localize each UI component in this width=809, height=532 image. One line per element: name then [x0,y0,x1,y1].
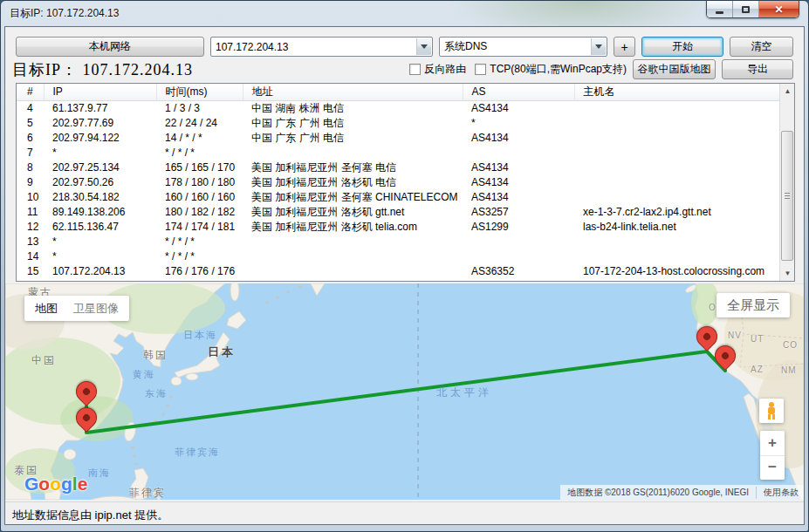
add-button[interactable]: + [614,37,635,57]
table-row[interactable]: 13** / * / * [17,235,781,249]
tcp-checkbox[interactable] [475,64,486,75]
cell-host [574,146,781,160]
cell-location [243,146,463,160]
cell-as: AS36352 [463,264,574,279]
col-host[interactable]: 主机名 [574,84,781,100]
dns-combobox[interactable]: 系统DNS [439,37,607,57]
table-row[interactable]: 14** / * / * [17,249,781,264]
fullscreen-button[interactable]: 全屏显示 [716,293,790,317]
table-row[interactable]: 6202.97.94.12214 / * / *中国 广东 广州 电信AS413… [17,131,781,146]
google-logo-letter: o [38,474,50,494]
export-button[interactable]: 导出 [722,59,793,79]
start-button[interactable]: 开始 [641,37,723,57]
cell-host [574,100,781,116]
minimize-icon [716,11,723,14]
cell-time: 1 / 3 / 3 [156,100,243,116]
cell-location: 美国 加利福尼亚州 圣何塞 电信 [243,160,463,175]
col-location[interactable]: 地址 [243,84,463,100]
pegman-button[interactable] [759,399,784,423]
cell-time: 14 / * / * [156,131,243,146]
map-type-satellite-button[interactable]: 卫星图像 [73,301,119,317]
zoom-out-button[interactable]: − [760,456,785,481]
google-logo-letter: e [78,474,88,494]
scroll-up-icon[interactable]: ▲ [780,84,795,99]
cell-location: 美国 加利福尼亚州 洛杉矶 gtt.net [243,205,463,220]
table-scrollbar[interactable]: ▲ ▼ [779,84,794,281]
combo-dropdown-button[interactable] [416,38,431,55]
google-logo[interactable]: Google [24,474,87,494]
cell-ip: 89.149.138.206 [44,205,156,220]
cell-as [463,235,574,249]
google-cn-map-button[interactable]: 谷歌中国版地图 [633,59,716,79]
maximize-button[interactable] [733,1,759,17]
table-row[interactable]: 1262.115.136.47174 / 174 / 181美国 加利福尼亚州 … [17,220,781,235]
table-row[interactable]: 1189.149.138.206180 / 182 / 182美国 加利福尼亚州… [17,205,781,220]
status-text: 地址数据信息由 ipip.net 提供。 [12,508,168,523]
cell-as: AS1299 [463,220,574,235]
pegman-icon [766,402,777,419]
map-canvas[interactable]: 蒙古中国韩国日本泰国菲律宾日本海黄海东海北太平洋菲律宾海南海ORNVUTCOAZ… [5,283,805,500]
cell-ip: * [44,146,156,160]
cell-host [574,160,781,175]
title-bar[interactable]: 目标IP: 107.172.204.13 ✕ [1,1,808,26]
status-bar: 地址数据信息由 ipip.net 提供。 [5,501,804,525]
clear-button[interactable]: 清空 [730,37,793,57]
cell-hop: 8 [17,160,44,175]
cell-ip: 202.97.77.69 [44,116,156,131]
target-ip-label: 目标IP： 107.172.204.13 [12,59,193,80]
cell-location [243,235,463,249]
cell-time: 178 / 180 / 180 [156,175,243,190]
toolbar-row-1: 本机网络 107.172.204.13 系统DNS + 开始 清空 [16,37,793,57]
attribution-text: 地图数据 ©2018 GS(2011)6020 Google, INEGI [560,487,756,499]
cell-host [574,249,781,264]
cell-time: 176 / 176 / 176 [156,264,243,279]
cell-ip: 202.97.25.134 [44,160,156,175]
zoom-in-button[interactable]: + [760,431,785,456]
table-row[interactable]: 9202.97.50.26178 / 180 / 180美国 加利福尼亚州 洛杉… [17,175,781,190]
cell-ip: 202.97.94.122 [44,131,156,146]
reverse-route-checkbox[interactable] [409,64,421,75]
table-row[interactable]: 10218.30.54.182160 / 160 / 160美国 加利福尼亚州 … [17,190,781,205]
cell-time: * / * / * [156,235,243,249]
table-row[interactable]: 7** / * / * [17,146,781,160]
col-as[interactable]: AS [463,84,574,100]
col-hop[interactable]: # [17,84,44,100]
map-type-map-button[interactable]: 地图 [35,301,58,317]
cell-as: * [463,116,574,131]
cell-ip: 62.115.136.47 [44,220,156,235]
table-row[interactable]: 461.137.9.771 / 3 / 3中国 湖南 株洲 电信AS4134 [17,100,781,116]
cell-host [574,131,781,146]
client-area: 本机网络 107.172.204.13 系统DNS + 开始 清空 目标IP： … [4,26,805,525]
cell-host [574,190,781,205]
scrollbar-thumb[interactable] [781,131,793,261]
target-ip-value: 107.172.204.13 [216,41,288,53]
reverse-route-label[interactable]: 反向路由 [424,62,466,77]
cell-time: 160 / 160 / 160 [156,190,243,205]
combo-dropdown-button[interactable] [591,38,606,55]
tcp-label[interactable]: TCP(80端口,需WinPcap支持) [490,62,627,77]
cell-host: 107-172-204-13-host.colocrossing.com [574,264,781,279]
cell-ip: 202.97.50.26 [44,175,156,190]
col-time[interactable]: 时间(ms) [156,84,243,100]
cell-hop: 10 [17,190,44,205]
trace-table: # IP 时间(ms) 地址 AS 主机名 461.137.9.771 / 3 … [16,83,795,282]
cell-ip: * [44,249,156,264]
target-ip-combobox[interactable]: 107.172.204.13 [210,37,433,57]
cell-host [574,235,781,249]
terms-link[interactable]: 使用条款 [756,487,805,499]
table-row[interactable]: 8202.97.25.134165 / 165 / 170美国 加利福尼亚州 圣… [17,160,781,175]
local-network-button[interactable]: 本机网络 [16,37,204,57]
close-icon: ✕ [774,3,783,16]
map-attribution: 地图数据 ©2018 GS(2011)6020 Google, INEGI 使用… [560,485,805,500]
table-row[interactable]: 5202.97.77.6922 / 24 / 24中国 广东 广州 电信* [17,116,781,131]
scroll-down-icon[interactable]: ▼ [780,266,795,281]
close-button[interactable]: ✕ [759,1,799,17]
table-row[interactable]: 15107.172.204.13176 / 176 / 176AS3635210… [17,264,781,279]
cell-as: AS4134 [463,190,574,205]
col-ip[interactable]: IP [44,84,156,100]
cell-host [574,175,781,190]
cell-as: AS4134 [463,160,574,175]
chevron-down-icon [421,44,428,49]
cell-hop: 7 [17,146,44,160]
minimize-button[interactable] [707,1,733,17]
